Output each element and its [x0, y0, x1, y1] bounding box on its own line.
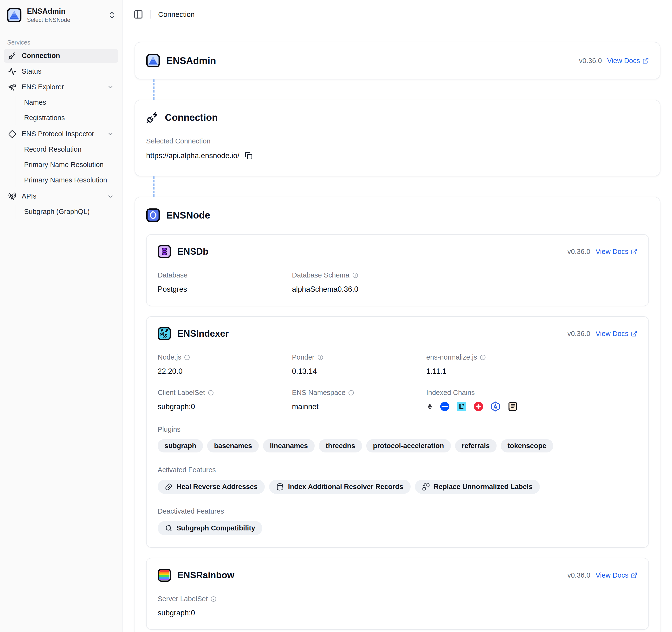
sidebar-item-label: Primary Names Resolution: [24, 176, 107, 184]
sidebar-item-record-resolution[interactable]: Record Resolution: [16, 143, 118, 156]
telescope-icon: [8, 83, 16, 91]
selected-connection-label: Selected Connection: [146, 137, 649, 145]
panel-left-icon[interactable]: [134, 9, 143, 19]
optimism-icon: [473, 401, 484, 412]
info-icon[interactable]: [208, 390, 214, 396]
plugin-badge: referrals: [455, 439, 497, 453]
view-docs-label: View Docs: [596, 330, 628, 338]
protocol-inspector-subnav: Record Resolution Primary Name Resolutio…: [15, 143, 118, 187]
base-icon: [439, 401, 450, 412]
field-database-schema: Database Schema alphaSchema0.36.0: [292, 271, 426, 294]
sidebar-item-ens-protocol-inspector[interactable]: ENS Protocol Inspector: [4, 127, 118, 141]
external-link-icon: [631, 331, 637, 337]
info-icon[interactable]: [184, 355, 190, 360]
sidebar-section-label: Services: [0, 39, 122, 46]
dashed-connector: [153, 79, 154, 100]
plugin-badge: subgraph: [158, 439, 203, 453]
plugin-badge: basenames: [207, 439, 259, 453]
field-value: subgraph:0: [158, 609, 292, 617]
sidebar-item-label: ENS Explorer: [22, 83, 64, 91]
feature-badge-label: Subgraph Compatibility: [176, 524, 255, 532]
ensindexer-icon: [158, 327, 171, 340]
sidebar-item-names[interactable]: Names: [16, 96, 118, 109]
chevron-down-icon[interactable]: [107, 131, 114, 138]
sidebar-item-connection[interactable]: Connection: [4, 49, 118, 63]
feature-badge-index-additional-resolver-records: Index Additional Resolver Records: [269, 480, 410, 494]
plugin-badge: threedns: [319, 439, 362, 453]
info-icon[interactable]: [211, 596, 216, 602]
ensindexer-card: ENSIndexer v0.36.0 View Docs Node.js 22.…: [146, 316, 649, 548]
sidebar-item-label: Subgraph (GraphQL): [24, 208, 90, 216]
sidebar-nav: Connection Status ENS Explorer Names Reg…: [0, 49, 122, 219]
plug-zap-icon: [146, 111, 159, 124]
ensrainbow-card: ENSRainbow v0.36.0 View Docs Server Labe…: [146, 558, 649, 630]
field-label: Client LabelSet: [158, 389, 205, 397]
chevrons-up-down-icon[interactable]: [107, 11, 116, 20]
chevron-down-icon[interactable]: [107, 84, 114, 91]
external-link-icon: [631, 248, 637, 255]
card-title: ENSDb: [177, 246, 209, 257]
external-link-icon: [631, 572, 637, 579]
field-value: 22.20.0: [158, 367, 292, 376]
field-indexed-chains: Indexed Chains: [426, 389, 637, 412]
scroll-icon: [507, 401, 518, 412]
version-label: v0.36.0: [567, 330, 590, 338]
card-title: Connection: [165, 112, 218, 123]
info-icon[interactable]: [348, 390, 354, 396]
diamond-icon: [8, 130, 16, 138]
radio-tower-icon: [8, 192, 16, 200]
sidebar-item-ens-explorer[interactable]: ENS Explorer: [4, 80, 118, 94]
field-label: Node.js: [158, 353, 181, 361]
ensadmin-logo-icon: [7, 8, 22, 23]
view-docs-link[interactable]: View Docs: [596, 248, 637, 256]
ensdb-card: ENSDb v0.36.0 View Docs Database Postgre…: [146, 234, 649, 306]
chevron-down-icon[interactable]: [107, 193, 114, 200]
field-label: ENS Namespace: [292, 389, 345, 397]
plugin-badge: tokenscope: [501, 439, 553, 453]
field-label: Database: [158, 271, 292, 279]
ensadmin-logo-icon: [146, 54, 160, 68]
version-label: v0.36.0: [567, 572, 590, 579]
field-ens-normalize: ens-normalize.js 1.11.1: [426, 353, 637, 376]
info-icon[interactable]: [352, 272, 358, 278]
database-plus-icon: [276, 483, 284, 491]
view-docs-link[interactable]: View Docs: [607, 57, 649, 65]
sidebar-item-label: Primary Name Resolution: [24, 161, 103, 169]
sidebar-item-registrations[interactable]: Registrations: [16, 111, 118, 125]
sidebar-item-label: Names: [24, 98, 46, 106]
view-docs-link[interactable]: View Docs: [596, 330, 637, 338]
sidebar-item-primary-names-resolution[interactable]: Primary Names Resolution: [16, 173, 118, 187]
feature-badge-label: Index Additional Resolver Records: [288, 483, 403, 491]
view-docs-label: View Docs: [596, 248, 628, 256]
sidebar-item-label: Status: [22, 67, 41, 75]
feature-badge-subgraph-compatibility: Subgraph Compatibility: [158, 521, 262, 535]
sidebar-item-apis[interactable]: APIs: [4, 189, 118, 203]
arbitrum-icon: [490, 401, 501, 412]
feature-badge-replace-unnormalized-labels: Replace Unnormalized Labels: [415, 480, 540, 494]
plugins-list: subgraph basenames lineanames threedns p…: [158, 439, 637, 453]
field-ponder: Ponder 0.13.14: [292, 353, 426, 376]
apis-subnav: Subgraph (GraphQL): [15, 205, 118, 219]
sidebar-item-label: Connection: [22, 52, 60, 60]
field-nodejs: Node.js 22.20.0: [158, 353, 292, 376]
app-title: ENSAdmin: [27, 7, 70, 16]
sidebar: ENSAdmin Select ENSNode Services Connect…: [0, 0, 122, 632]
deactivated-features-list: Subgraph Compatibility: [158, 521, 637, 535]
field-label: ens-normalize.js: [426, 353, 477, 361]
sidebar-item-status[interactable]: Status: [4, 65, 118, 78]
ensnode-icon: [146, 208, 160, 222]
deactivated-features-label: Deactivated Features: [158, 507, 637, 515]
view-docs-link[interactable]: View Docs: [596, 572, 637, 579]
connection-card: Connection Selected Connection https://a…: [135, 100, 661, 176]
feature-badge-heal-reverse-addresses: Heal Reverse Addresses: [158, 480, 265, 494]
info-icon[interactable]: [480, 355, 486, 360]
field-label: Indexed Chains: [426, 389, 637, 397]
sidebar-item-subgraph-graphql[interactable]: Subgraph (GraphQL): [16, 205, 118, 219]
sidebar-item-label: APIs: [22, 192, 37, 200]
replace-icon: [422, 483, 430, 491]
copy-icon[interactable]: [245, 152, 253, 160]
feature-badge-label: Replace Unnormalized Labels: [434, 483, 533, 491]
ensnode-selector[interactable]: ENSAdmin Select ENSNode: [0, 0, 122, 29]
info-icon[interactable]: [317, 355, 323, 360]
sidebar-item-primary-name-resolution[interactable]: Primary Name Resolution: [16, 158, 118, 172]
